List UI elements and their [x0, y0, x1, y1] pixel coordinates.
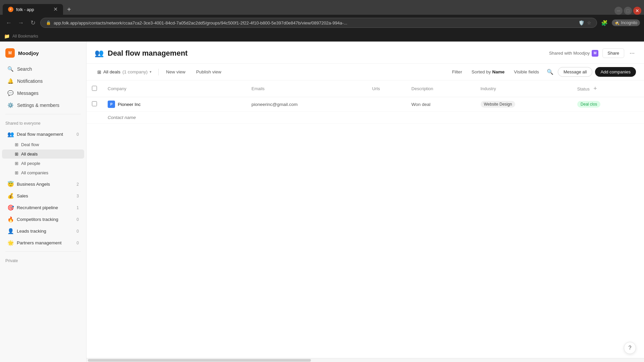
help-button[interactable]: ?: [624, 342, 636, 354]
sidebar-item-search[interactable]: 🔍 Search: [2, 63, 84, 75]
toolbar: ⊞ All deals (1 company) ▾ New view Publi…: [87, 64, 644, 80]
group-label-recruitment: Recruitment pipeline: [17, 205, 58, 210]
header-actions: Shared with Moodjoy M Share ···: [549, 48, 636, 58]
group-deal-flow-management: 👥 Deal flow management 0 ⊞ Deal flow ⊞ A…: [0, 128, 86, 178]
share-button[interactable]: Share: [602, 48, 624, 58]
group-label-competitors: Competitors tracking: [17, 217, 58, 222]
group-header-business-angels[interactable]: 😇 Business Angels 2: [2, 179, 84, 190]
close-window-button[interactable]: ✕: [633, 7, 641, 15]
browser-chrome: F folk - app ✕ + ─ □ ✕ ← → ↻ 🔒 app.folk.…: [0, 0, 644, 42]
extensions-icon: 🛡️: [579, 20, 584, 25]
filter-button[interactable]: Filter: [449, 68, 466, 76]
deal-flow-icon: ⊞: [15, 142, 18, 147]
shared-with-label: Shared with Moodjoy: [549, 51, 590, 56]
sort-field-label: Name: [492, 69, 504, 74]
incognito-badge: 🕵️ Incognito: [612, 19, 640, 26]
new-row-checkbox-cell: [87, 112, 102, 124]
sidebar-sub-item-deal-flow[interactable]: ⊞ Deal flow: [2, 140, 84, 149]
group-label-deal-flow-management: Deal flow management: [17, 132, 63, 137]
view-selector-button[interactable]: ⊞ All deals (1 company) ▾: [95, 68, 154, 76]
sort-button[interactable]: Sorted by Name: [468, 68, 508, 76]
sidebar-sub-item-all-people[interactable]: ⊞ All people: [2, 159, 84, 168]
group-header-competitors[interactable]: 🔥 Competitors tracking 0: [2, 214, 84, 225]
th-emails: Emails: [246, 80, 367, 97]
sidebar-item-settings[interactable]: ⚙️ Settings & members: [2, 100, 84, 111]
sidebar-divider: [5, 114, 81, 114]
message-icon: 💬: [7, 90, 14, 96]
column-status-label: Status: [577, 86, 590, 92]
new-view-button[interactable]: New view: [163, 68, 189, 76]
group-header-partners[interactable]: 🌟 Partners management 0: [2, 237, 84, 248]
restore-button[interactable]: □: [624, 7, 632, 15]
column-description-label: Description: [412, 86, 433, 91]
company-badge: P: [108, 101, 115, 108]
add-companies-button[interactable]: Add companies: [595, 67, 636, 77]
sidebar-item-notifications[interactable]: 🔔 Notifications: [2, 75, 84, 87]
scrollbar-thumb: [88, 359, 311, 362]
chevron-down-icon: ▾: [150, 70, 152, 74]
sidebar-sub-label-all-people: All people: [21, 161, 40, 166]
contact-name-input[interactable]: [108, 115, 165, 120]
row-checkbox[interactable]: [92, 101, 97, 106]
leads-icon: 👤: [7, 228, 14, 234]
group-header-sales[interactable]: 💰 Sales 3: [2, 190, 84, 201]
sort-prefix-label: Sorted by: [472, 69, 491, 74]
group-header-leads[interactable]: 👤 Leads tracking 0: [2, 226, 84, 237]
tab-title: folk - app: [16, 7, 34, 12]
sidebar-sub-label-deal-flow: Deal flow: [21, 142, 39, 147]
sidebar-item-settings-label: Settings & members: [17, 103, 59, 108]
visible-fields-button[interactable]: Visible fields: [511, 68, 542, 76]
select-all-checkbox[interactable]: [92, 86, 97, 91]
active-tab[interactable]: F folk - app ✕: [3, 4, 63, 15]
new-tab-button[interactable]: +: [64, 4, 74, 15]
group-badge-sales: 3: [73, 194, 79, 198]
email-cell: pioneerinc@gmail.com: [246, 97, 367, 112]
view-grid-icon: ⊞: [97, 69, 101, 75]
star-icon[interactable]: ☆: [587, 20, 591, 25]
address-bar[interactable]: 🔒 app.folk.app/apps/contacts/network/cca…: [40, 18, 597, 28]
email-value[interactable]: pioneerinc@gmail.com: [252, 102, 298, 107]
column-industry-label: Industry: [481, 86, 496, 91]
sidebar-sub-label-all-deals: All deals: [21, 152, 38, 157]
browser-tabs: F folk - app ✕ + ─ □ ✕: [0, 0, 644, 15]
reload-button[interactable]: ↻: [28, 18, 38, 27]
column-company-label: Company: [108, 86, 126, 91]
forward-button[interactable]: →: [16, 18, 25, 27]
group-badge-competitors: 0: [73, 217, 79, 222]
column-emails-label: Emails: [252, 86, 265, 91]
group-label-partners: Partners management: [17, 240, 62, 245]
group-label-sales: Sales: [17, 193, 28, 198]
browser-actions: 🧩 🕵️ Incognito: [600, 18, 640, 27]
table-search-button[interactable]: 🔍: [545, 67, 555, 77]
message-all-button[interactable]: Message all: [558, 67, 592, 77]
lock-icon: 🔒: [46, 20, 51, 25]
horizontal-scrollbar[interactable]: [87, 358, 644, 362]
status-tag[interactable]: Deal clos: [577, 101, 600, 108]
new-row-company-cell: [102, 112, 246, 124]
add-column-button[interactable]: +: [591, 84, 600, 94]
more-options-button[interactable]: ···: [628, 48, 636, 58]
publish-view-button[interactable]: Publish view: [193, 68, 225, 76]
minimize-button[interactable]: ─: [614, 7, 623, 15]
sidebar-item-messages[interactable]: 💬 Messages: [2, 87, 84, 99]
extensions-button[interactable]: 🧩: [600, 18, 609, 27]
back-button[interactable]: ←: [4, 18, 13, 27]
group-badge-recruitment: 1: [73, 205, 79, 210]
brand-icon: M: [5, 48, 15, 58]
partners-icon: 🌟: [7, 240, 14, 246]
company-name[interactable]: Pioneer Inc: [118, 102, 141, 107]
shared-avatar: M: [592, 50, 598, 57]
tab-close-button[interactable]: ✕: [53, 7, 58, 12]
sidebar-sub-item-all-companies[interactable]: ⊞ All companies: [2, 168, 84, 177]
toolbar-right: Filter Sorted by Name Visible fields 🔍 M…: [449, 67, 636, 77]
new-row-email-cell: [246, 112, 367, 124]
all-people-icon: ⊞: [15, 161, 18, 166]
group-header-recruitment[interactable]: 🎯 Recruitment pipeline 1: [2, 202, 84, 213]
all-companies-icon: ⊞: [15, 170, 18, 175]
th-checkbox: [87, 80, 102, 97]
industry-tag[interactable]: Website Design: [481, 101, 516, 108]
group-header-deal-flow-management[interactable]: 👥 Deal flow management 0: [2, 129, 84, 140]
th-industry: Industry: [475, 80, 572, 97]
group-badge-leads: 0: [73, 229, 79, 234]
sidebar-sub-item-all-deals[interactable]: ⊞ All deals: [2, 149, 84, 159]
